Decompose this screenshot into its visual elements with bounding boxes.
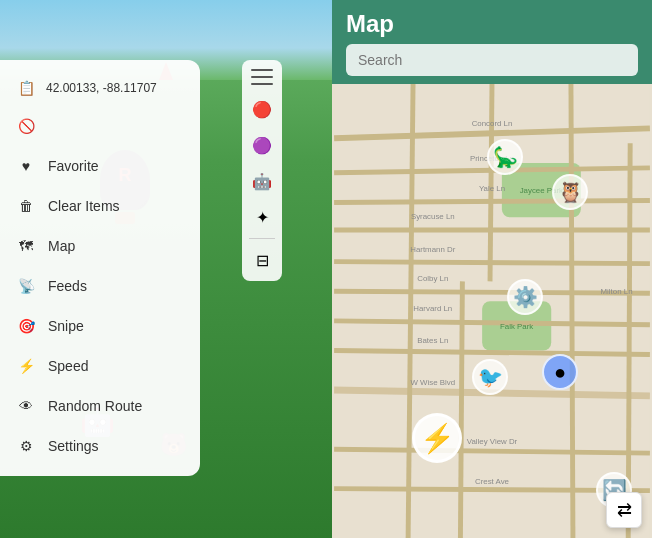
sidebar-pokemon-4[interactable]: ✦ — [247, 202, 277, 232]
search-input[interactable] — [346, 44, 638, 76]
menu-item-favorite[interactable]: ♥ Favorite — [0, 146, 200, 186]
menu-item-favorite-label: Favorite — [48, 158, 99, 174]
map-pokemon-bird[interactable]: 🐦 — [472, 359, 508, 395]
clear-icon: 🗑 — [14, 194, 38, 218]
svg-line-18 — [460, 281, 462, 538]
snipe-icon: 🎯 — [14, 314, 38, 338]
sidebar-pokemon-1[interactable]: 🔴 — [247, 94, 277, 124]
svg-text:Bates Ln: Bates Ln — [417, 336, 448, 345]
menu-item-feeds[interactable]: 📡 Feeds — [0, 266, 200, 306]
menu-item-settings[interactable]: ⚙ Settings — [0, 426, 200, 466]
swap-icon: ⇄ — [617, 499, 632, 521]
menu-item-clear-label: Clear Items — [48, 198, 120, 214]
svg-text:Harvard Ln: Harvard Ln — [413, 304, 452, 313]
map-icon: 🗺 — [14, 234, 38, 258]
map-pokemon-gear[interactable]: ⚙️ — [507, 279, 543, 315]
svg-text:Milton Ln: Milton Ln — [601, 287, 633, 296]
menu-item-clear[interactable]: 🗑 Clear Items — [0, 186, 200, 226]
menu-item-random-route-label: Random Route — [48, 398, 142, 414]
svg-line-16 — [571, 84, 573, 538]
nocatch-icon: 🚫 — [14, 114, 38, 138]
svg-text:Crest Ave: Crest Ave — [475, 477, 510, 486]
feeds-icon: 📡 — [14, 274, 38, 298]
svg-text:Concord Ln: Concord Ln — [472, 119, 513, 128]
svg-text:W Wise Blvd: W Wise Blvd — [410, 378, 455, 387]
coordinates-text: 42.00133, -88.11707 — [46, 81, 157, 95]
svg-text:Colby Ln: Colby Ln — [417, 274, 448, 283]
map-area[interactable]: Concord Ln Princeton Ln Yale Ln Syracuse… — [332, 84, 652, 538]
favorite-icon: ♥ — [14, 154, 38, 178]
menu-item-settings-label: Settings — [48, 438, 99, 454]
menu-item-random-route[interactable]: 👁 Random Route — [0, 386, 200, 426]
map-panel: Map — [332, 0, 652, 538]
map-pokemon-blue[interactable]: ● — [542, 354, 578, 390]
menu-item-speed[interactable]: ⚡ Speed — [0, 346, 200, 386]
menu-item-speed-label: Speed — [48, 358, 88, 374]
map-pokemon-owl[interactable]: 🦉 — [552, 174, 588, 210]
menu-item-nocatch[interactable]: 🚫 — [0, 106, 200, 146]
menu-item-snipe[interactable]: 🎯 Snipe — [0, 306, 200, 346]
svg-text:Valley View Dr: Valley View Dr — [467, 437, 518, 446]
coordinates-row: 📋 42.00133, -88.11707 — [0, 70, 200, 106]
menu-item-map[interactable]: 🗺 Map — [0, 226, 200, 266]
sidebar-sliders[interactable]: ⊟ — [247, 245, 277, 275]
sidebar-divider — [249, 238, 275, 239]
menu-item-feeds-label: Feeds — [48, 278, 87, 294]
svg-text:Yale Ln: Yale Ln — [479, 184, 505, 193]
map-title: Map — [346, 10, 638, 38]
sidebar-pokemon-2[interactable]: 🟣 — [247, 130, 277, 160]
settings-icon: ⚙ — [14, 434, 38, 458]
svg-text:Syracuse Ln: Syracuse Ln — [411, 212, 455, 221]
menu-item-snipe-label: Snipe — [48, 318, 84, 334]
random-route-icon: 👁 — [14, 394, 38, 418]
menu-item-map-label: Map — [48, 238, 75, 254]
map-pokemon-pikachu[interactable]: ⚡ — [412, 413, 462, 463]
left-menu: 📋 42.00133, -88.11707 🚫 ♥ Favorite 🗑 Cle… — [0, 60, 200, 476]
swap-button[interactable]: ⇄ — [606, 492, 642, 528]
hamburger-button[interactable] — [247, 66, 277, 88]
svg-text:Falk Park: Falk Park — [500, 322, 533, 331]
sidebar-panel: 🔴 🟣 🤖 ✦ ⊟ — [242, 60, 282, 281]
map-pokemon-1[interactable]: 🦕 — [487, 139, 523, 175]
sidebar-pokemon-3[interactable]: 🤖 — [247, 166, 277, 196]
coords-icon: 📋 — [14, 76, 38, 100]
game-view: R 🤖 🐻 🔴 🟣 🤖 ✦ ⊟ 📋 42.00133, -88.11707 🚫 … — [0, 0, 332, 538]
speed-icon: ⚡ — [14, 354, 38, 378]
map-header: Map — [332, 0, 652, 84]
svg-text:Hartmann Dr: Hartmann Dr — [410, 245, 455, 254]
